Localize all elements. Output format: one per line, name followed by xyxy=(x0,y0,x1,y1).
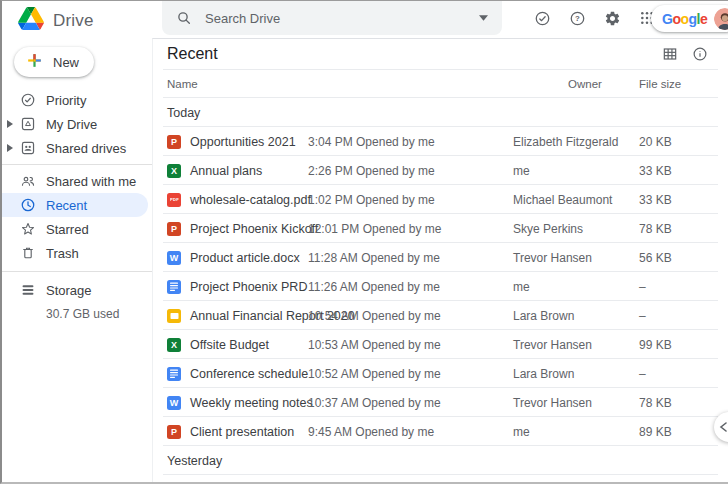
sidebar-item-storage[interactable]: Storage xyxy=(2,278,152,302)
page-title: Recent xyxy=(167,45,218,63)
file-owner: me xyxy=(513,272,530,301)
file-name-cell: Conference schedule xyxy=(167,359,308,388)
file-name: Offsite Budget xyxy=(190,338,269,352)
file-row[interactable]: PDFwholesale-catalog.pdf1:02 PM Opened b… xyxy=(153,185,728,214)
file-owner: Michael Beaumont xyxy=(513,185,612,214)
storage-usage: 30.7 GB used xyxy=(2,307,152,321)
file-row[interactable]: PProject Phoenix Kickoff12:01 PM Opened … xyxy=(153,214,728,243)
file-size: 20 KB xyxy=(639,127,672,156)
storage-icon xyxy=(20,282,36,298)
file-name: Project Phoenix PRD xyxy=(190,280,307,294)
search-input[interactable]: Search Drive xyxy=(205,11,479,26)
file-name: Client presentation xyxy=(190,425,294,439)
main-content: Recent Name Owner File size TodayPOpport… xyxy=(152,38,728,482)
file-row[interactable]: XOffsite Budget10:53 AM Opened by meTrev… xyxy=(153,330,728,359)
star-icon xyxy=(20,221,36,237)
powerpoint-file-icon: P xyxy=(167,135,181,149)
file-opened-time: 3:04 PM Opened by me xyxy=(308,127,435,156)
word-file-icon: W xyxy=(167,396,181,410)
file-owner: Lara Brown xyxy=(513,359,574,388)
file-name-cell: WWeekly meeting notes xyxy=(167,388,313,417)
shared-with-me-icon xyxy=(20,173,36,189)
file-size: 56 KB xyxy=(639,243,672,272)
header-actions: ? xyxy=(530,1,659,35)
file-owner: Lara Brown xyxy=(513,301,574,330)
file-opened-time: 10:37 AM Opened by me xyxy=(308,388,441,417)
file-row[interactable]: XAnnual plans2:26 PM Opened by meme33 KB xyxy=(153,156,728,185)
file-row[interactable]: Annual Financial Report 202010:54 AM Ope… xyxy=(153,301,728,330)
app-title: Drive xyxy=(53,11,94,31)
priority-icon xyxy=(20,92,36,108)
file-name: Opportunities 2021 xyxy=(190,135,296,149)
powerpoint-file-icon: P xyxy=(167,425,181,439)
file-owner: Trevor Hansen xyxy=(513,388,592,417)
file-row[interactable]: WProduct article.docx11:28 AM Opened by … xyxy=(153,243,728,272)
file-name-cell: PDFwholesale-catalog.pdf xyxy=(167,185,311,214)
file-name: Weekly meeting notes xyxy=(190,396,313,410)
sidebar-item-priority[interactable]: Priority xyxy=(2,88,152,112)
sidebar-item-shared-drives[interactable]: Shared drives xyxy=(2,136,152,160)
sidebar-item-label: Starred xyxy=(46,222,89,237)
file-owner: me xyxy=(513,417,530,446)
new-button[interactable]: New xyxy=(14,47,94,77)
expand-caret-icon[interactable] xyxy=(7,144,13,152)
sidebar-nav: PriorityMy DriveShared drivesShared with… xyxy=(2,88,152,321)
file-size: 78 KB xyxy=(639,214,672,243)
file-row[interactable]: WWeekly meeting notes10:37 AM Opened by … xyxy=(153,388,728,417)
column-owner[interactable]: Owner xyxy=(568,78,602,90)
sidebar-item-my-drive[interactable]: My Drive xyxy=(2,112,152,136)
file-row[interactable]: Project Phoenix PRD11:26 AM Opened by me… xyxy=(153,272,728,301)
file-name-cell: Project Phoenix PRD xyxy=(167,272,307,301)
column-file-size[interactable]: File size xyxy=(639,78,681,90)
file-row[interactable]: PClient presentation9:45 AM Opened by me… xyxy=(153,417,728,446)
drive-logo[interactable]: Drive xyxy=(18,7,94,34)
settings-gear-icon[interactable] xyxy=(600,6,624,30)
sidebar-item-label: Recent xyxy=(46,198,87,213)
grid-view-icon[interactable] xyxy=(662,46,678,66)
sidebar-item-recent[interactable]: Recent xyxy=(2,193,148,217)
drive-logo-icon xyxy=(18,7,44,34)
google-account-pill[interactable]: Google xyxy=(651,5,728,32)
search-bar[interactable]: Search Drive xyxy=(162,1,502,35)
powerpoint-file-icon: P xyxy=(167,222,181,236)
column-name[interactable]: Name xyxy=(167,78,198,90)
file-row[interactable]: Conference schedule10:52 AM Opened by me… xyxy=(153,359,728,388)
section-label: Yesterday xyxy=(167,454,222,468)
gslides-file-icon xyxy=(167,309,181,323)
file-name: Conference schedule xyxy=(190,367,308,381)
file-size: 89 KB xyxy=(639,417,672,446)
file-name: wholesale-catalog.pdf xyxy=(190,193,311,207)
file-owner: Trevor Hansen xyxy=(513,330,592,359)
info-icon[interactable] xyxy=(692,46,708,66)
file-opened-time: 10:52 AM Opened by me xyxy=(308,359,441,388)
content-toolbar: Recent xyxy=(153,39,728,70)
sidebar-item-label: My Drive xyxy=(46,117,97,132)
file-name-cell: PClient presentation xyxy=(167,417,294,446)
file-row[interactable]: POpportunities 20213:04 PM Opened by meE… xyxy=(153,127,728,156)
sidebar-item-label: Priority xyxy=(46,93,86,108)
file-size: 33 KB xyxy=(639,185,672,214)
offline-status-icon[interactable] xyxy=(530,6,554,30)
pdf-file-icon: PDF xyxy=(167,193,181,207)
expand-caret-icon[interactable] xyxy=(7,120,13,128)
file-size: – xyxy=(639,359,646,388)
file-name: Project Phoenix Kickoff xyxy=(190,222,318,236)
file-opened-time: 12:01 PM Opened by me xyxy=(308,214,441,243)
new-button-label: New xyxy=(53,55,79,70)
file-opened-time: 10:54 AM Opened by me xyxy=(308,301,441,330)
svg-text:?: ? xyxy=(575,14,580,23)
sidebar-item-label: Shared drives xyxy=(46,141,126,156)
user-avatar[interactable] xyxy=(714,8,728,30)
search-options-caret-icon[interactable] xyxy=(479,15,488,21)
sidebar-item-shared-with-me[interactable]: Shared with me xyxy=(2,169,152,193)
gdoc-file-icon xyxy=(167,280,181,294)
app-header: Drive Search Drive ? xyxy=(2,1,728,38)
sidebar-item-trash[interactable]: Trash xyxy=(2,241,152,265)
sidebar-item-starred[interactable]: Starred xyxy=(2,217,152,241)
help-icon[interactable]: ? xyxy=(565,6,589,30)
sidebar-item-label: Shared with me xyxy=(46,174,136,189)
my-drive-icon xyxy=(20,116,36,132)
file-size: – xyxy=(639,301,646,330)
file-name-cell: POpportunities 2021 xyxy=(167,127,296,156)
file-size: 33 KB xyxy=(639,156,672,185)
